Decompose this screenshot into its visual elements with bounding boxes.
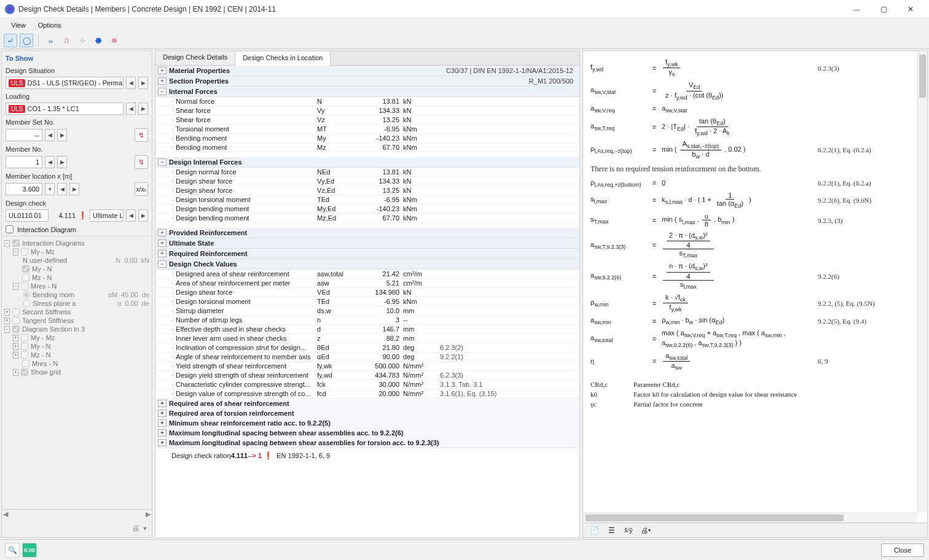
member-loc-field[interactable]: 3.600 (6, 183, 42, 195)
table-row: ·Design bending momentMy,Ed-140.23kNm (155, 204, 579, 214)
vertical-scrollbar[interactable] (917, 51, 927, 513)
table-row: ·Bending momentMy-140.23kNm (155, 134, 579, 143)
titlebar: Design Check Details | Members | Concret… (0, 0, 929, 18)
horizontal-scrollbar[interactable] (583, 513, 917, 523)
table-row: ·Design shear forceVy,Ed134.33kN (155, 177, 579, 186)
table-row: ·Design torsional momentTEd-6.95kNm (155, 195, 579, 204)
design-check-next[interactable]: ▶ (138, 209, 148, 222)
formula-tool-xy-icon[interactable]: x̄/ȳ (621, 524, 636, 537)
design-check-ratio: 4.111 (51, 212, 76, 219)
table-row: ·Design normal forceNEd13.81kN (155, 168, 579, 177)
print-icon[interactable]: 🖨 (132, 524, 139, 532)
member-no-pick-icon[interactable]: ↯ (135, 155, 148, 169)
table-row: ·Designed area of shear reinforcementasw… (155, 270, 579, 279)
sub-section[interactable]: +Maximum longitudinal spacing between sh… (155, 438, 579, 448)
table-row: ·Number of stirrup legsn3-- (155, 316, 579, 325)
table-row: ·Design yield strength of shear reinforc… (155, 371, 579, 380)
expand-icon[interactable]: + (158, 67, 167, 74)
loading-combo[interactable]: ULS CO1 - 1.35 * LC1 (6, 103, 123, 115)
panel-formulas: fy,wd= fy,wkγs 6.2.3(3) asw,V,stat= VEdz… (582, 50, 928, 538)
menubar: View Options (0, 18, 929, 32)
sub-section[interactable]: +Maximum longitudinal spacing between sh… (155, 428, 579, 438)
tab-design-checks-in-location[interactable]: Design Checks in Location (235, 52, 331, 66)
expand-icon[interactable]: + (158, 77, 167, 85)
expand-icon[interactable]: + (158, 239, 167, 247)
formula-print-icon[interactable]: 🖨▾ (638, 524, 653, 537)
footer-search-icon[interactable]: 🔍 (5, 543, 20, 558)
collapse-icon[interactable]: − (158, 158, 167, 166)
table-row: ·Inclination of compression strut for de… (155, 343, 579, 352)
loading-prev[interactable]: ◀ (126, 103, 136, 115)
table-row: ·Design value of compressive strength of… (155, 389, 579, 399)
design-situation-prev[interactable]: ◀ (126, 77, 136, 89)
member-loc-label: Member location x [m] (2, 170, 152, 181)
expand-icon[interactable]: + (158, 229, 167, 236)
member-set-prev[interactable]: ◀ (45, 129, 55, 141)
loading-next[interactable]: ▶ (138, 103, 148, 115)
interaction-tree[interactable]: −Interaction Diagrams −My - Mz N user-de… (2, 236, 152, 509)
sub-section[interactable]: +Required area of torsion reinforcement (155, 408, 579, 418)
close-button[interactable]: Close (881, 543, 924, 557)
tool-cursor-icon[interactable]: ⤾ (4, 34, 17, 47)
table-row: ·Design shear forceVz,Ed13.25kN (155, 186, 579, 195)
member-loc-mode-button[interactable]: x/x₀ (135, 182, 148, 196)
close-window-button[interactable]: ✕ (897, 0, 924, 18)
collapse-icon[interactable]: − (158, 88, 167, 95)
member-set-field[interactable]: -- (6, 129, 42, 141)
design-check-code[interactable]: UL0110.01 (6, 209, 49, 222)
to-show-header: To Show (2, 51, 152, 64)
member-set-label: Member Set No. (2, 116, 152, 127)
design-check-desc[interactable]: Ultimate Li...▾ (90, 209, 123, 222)
design-check-ratio-row: Design check ratio η 4.111 -- > 1 ❗ EN 1… (155, 448, 579, 463)
minimize-button[interactable]: — (843, 0, 870, 18)
design-check-prev[interactable]: ◀ (126, 209, 136, 222)
member-no-next[interactable]: ▶ (57, 156, 67, 168)
member-loc-next[interactable]: ▶ (69, 183, 79, 195)
formula-tool-1[interactable]: 📄 (587, 524, 602, 537)
tool-settings-icon[interactable]: ≋ (108, 34, 121, 47)
symbol-table: CRd,cParameter CRd,c k0Factor k0 for cal… (590, 379, 910, 409)
app-icon (5, 4, 15, 14)
tool-member-icon[interactable]: ⎍ (60, 34, 73, 47)
menu-view[interactable]: View (5, 20, 32, 31)
tool-lasso-icon[interactable]: ◯ (20, 34, 33, 47)
maximize-button[interactable]: ▢ (870, 0, 897, 18)
table-row: ·Area of shear reinforcement per meteras… (155, 279, 579, 288)
collapse-icon[interactable]: − (158, 260, 167, 268)
member-set-pick-icon[interactable]: ↯ (135, 128, 148, 142)
design-situation-next[interactable]: ▶ (138, 77, 148, 89)
grid[interactable]: +Material PropertiesC30/37 | DIN EN 1992… (155, 66, 579, 537)
warning-icon: ❗ (78, 212, 87, 219)
member-loc-prev[interactable]: ◀ (57, 183, 67, 195)
member-no-prev[interactable]: ◀ (45, 156, 55, 168)
tool-reinforcement-icon[interactable]: ⬣ (92, 34, 105, 47)
sub-section[interactable]: +Required area of shear reinforcement (155, 399, 579, 408)
table-row: ·Design torsional momentTEd-6.95kNm (155, 297, 579, 306)
design-check-label: Design check (2, 197, 152, 208)
table-row: ·Shear forceVy134.33kN (155, 106, 579, 115)
member-no-field[interactable]: 1 (6, 156, 42, 168)
member-set-next[interactable]: ▶ (57, 129, 67, 141)
menu-options[interactable]: Options (32, 20, 68, 31)
table-row: ·Characteristic cylinder compressive str… (155, 380, 579, 389)
member-no-label: Member No. (2, 143, 152, 154)
note-text: There is no required tension reinforceme… (590, 165, 910, 174)
sub-section[interactable]: +Minimum shear reinforcement ratio acc. … (155, 418, 579, 428)
tab-design-check-details[interactable]: Design Check Details (155, 51, 235, 65)
table-row: ·Yield strength of shear reinforcementfy… (155, 362, 579, 371)
expand-icon[interactable]: + (158, 250, 167, 257)
table-row: ·Design bending momentMz,Ed67.70kNm (155, 214, 579, 223)
design-situation-combo[interactable]: ULS DS1 - ULS (STR/GEO) - Permane... (6, 77, 123, 89)
tool-nodes-icon[interactable]: ⁘ (76, 34, 89, 47)
tool-section-icon[interactable]: ⏛ (44, 34, 57, 47)
toolbar: ⤾ ◯ ⏛ ⎍ ⁘ ⬣ ≋ (0, 32, 929, 49)
member-loc-dropdown[interactable]: ▾ (45, 183, 55, 195)
footer-units-badge[interactable]: 0.00 (22, 543, 37, 558)
design-situation-label: Design Situation (2, 64, 152, 76)
tabs: Design Check Details Design Checks in Lo… (155, 51, 579, 66)
window-title: Design Check Details | Members | Concret… (18, 5, 843, 14)
interaction-diagram-checkbox[interactable] (6, 225, 14, 233)
formula-sheet[interactable]: fy,wd= fy,wkγs 6.2.3(3) asw,V,stat= VEdz… (583, 51, 917, 513)
formula-tool-list-icon[interactable]: ☰ (604, 524, 619, 537)
tree-scrollbar[interactable]: ◀▶ (2, 509, 152, 519)
